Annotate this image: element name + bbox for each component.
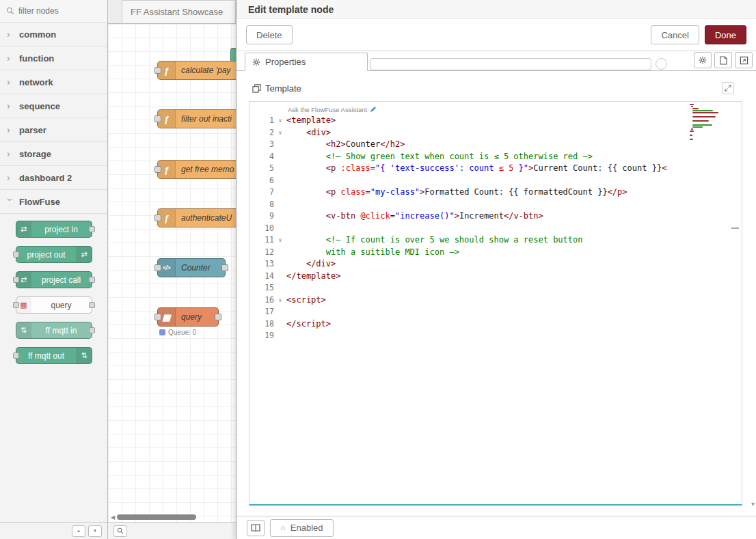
code-line[interactable]: 6	[249, 175, 742, 187]
palette-category-storage[interactable]: ›storage	[0, 142, 107, 166]
expand-window-button[interactable]	[735, 52, 753, 68]
palette-category-function[interactable]: ›function	[0, 46, 107, 70]
code-line[interactable]: 2∨ <div>	[249, 127, 742, 139]
palette-search-input[interactable]	[18, 6, 94, 16]
port-left[interactable]	[154, 166, 161, 173]
fold-icon	[274, 223, 286, 235]
palette-category-dashboard-2[interactable]: ›dashboard 2	[0, 166, 107, 190]
code-line[interactable]: 19	[249, 330, 742, 342]
code-line[interactable]: 5 <p :class="{ 'text-success': count ≤ 5…	[249, 163, 742, 175]
palette-node-ff-mqtt-in[interactable]: ⇅ff mqtt in	[16, 322, 92, 339]
code-line[interactable]: 14</template>	[249, 271, 742, 283]
settings-button[interactable]	[694, 52, 712, 68]
port-left	[13, 251, 19, 258]
palette-category-flowfuse[interactable]: ›FlowFuse	[0, 190, 107, 214]
flow-node-counter[interactable]: </>Counter	[157, 258, 226, 277]
panel-scroll-down-icon[interactable]: ▾	[751, 500, 755, 508]
code-line[interactable]: 16∨<script>	[249, 294, 742, 307]
minimap[interactable]	[690, 104, 724, 143]
scrolled-form-field[interactable]	[370, 58, 651, 70]
done-button[interactable]: Done	[705, 25, 746, 44]
flow-node-calculate-pay[interactable]: ƒcalculate 'pay	[157, 61, 236, 80]
code-line[interactable]: 4 <!— Show green text when count is ≤ 5 …	[249, 151, 742, 163]
fold-icon[interactable]: ∨	[274, 234, 286, 247]
code-line[interactable]: 11∨ <!— If count is over 5 we should sho…	[249, 234, 742, 247]
fold-icon	[274, 271, 286, 283]
canvas-search-button[interactable]	[113, 525, 127, 537]
scroll-left-icon[interactable]: ◀	[111, 514, 115, 521]
fold-icon	[274, 282, 286, 294]
code-line[interactable]: 1∨<template>	[249, 115, 742, 127]
port-right[interactable]	[221, 264, 228, 271]
flow-node-authenticateu[interactable]: ƒauthenticateU	[157, 208, 236, 227]
code-line[interactable]: 18</script>	[249, 318, 742, 331]
chevron-icon: ›	[7, 148, 14, 159]
tab-properties[interactable]: Properties	[245, 53, 368, 71]
port-right	[89, 226, 95, 232]
code-line[interactable]: 15	[249, 282, 742, 294]
palette-categories: ›common›function›network›sequence›parser…	[0, 23, 107, 374]
line-number: 10	[249, 223, 274, 235]
tab-ff-assistant-showcase[interactable]: FF Assistant Showcase	[122, 0, 236, 23]
palette-node-project-in[interactable]: ⇄project in	[16, 221, 92, 238]
code-line[interactable]: 17	[249, 306, 742, 318]
code-line[interactable]: 7 <p class="my-class">Formatted Count: {…	[249, 186, 742, 199]
line-number: 19	[249, 330, 274, 342]
flow-node-filter-out-inacti[interactable]: ƒfilter out inacti	[157, 109, 236, 128]
port-right[interactable]	[215, 314, 221, 320]
palette-node-list: ⇄project inproject out⇄⇄project call▦que…	[0, 214, 107, 374]
enabled-label: Enabled	[291, 523, 323, 533]
delete-button[interactable]: Delete	[246, 25, 293, 44]
palette-expand-all-button[interactable]: ▾	[88, 525, 102, 537]
palette-node-query[interactable]: ▦query	[16, 296, 92, 314]
code-line[interactable]: 12 with a suitible MDI icon —>	[249, 247, 742, 259]
edit-panel-title: Edit template node	[237, 0, 756, 19]
port-left[interactable]	[154, 115, 161, 122]
canvas-horizontal-scrollbar[interactable]: ◀	[108, 512, 236, 522]
code-line[interactable]: 13 </div>	[249, 258, 742, 271]
edit-panel-tabbar: Properties	[237, 51, 756, 71]
enabled-toggle[interactable]: ○ Enabled	[270, 519, 334, 537]
port-left	[13, 277, 19, 283]
line-number: 17	[249, 306, 274, 318]
port-left[interactable]	[154, 264, 161, 271]
code-line[interactable]: 3 <h2>Counter</h2>	[249, 139, 742, 151]
scrollbar-thumb[interactable]	[117, 514, 196, 520]
docs-book-button[interactable]	[247, 520, 265, 536]
port-left[interactable]	[154, 314, 161, 320]
line-number: 12	[249, 247, 274, 259]
fold-icon[interactable]: ∨	[274, 115, 286, 127]
palette-category-parser[interactable]: ›parser	[0, 118, 107, 142]
palette-category-sequence[interactable]: ›sequence	[0, 94, 107, 118]
port-left[interactable]	[154, 67, 161, 74]
tab-label: FF Assistant Showcase	[131, 7, 223, 17]
port-left	[13, 302, 19, 308]
port-left	[13, 353, 19, 359]
palette-search[interactable]	[0, 0, 107, 23]
line-number: 6	[249, 175, 274, 187]
fold-icon[interactable]: ∨	[274, 294, 286, 307]
cancel-button[interactable]: Cancel	[651, 25, 699, 44]
code-editor[interactable]: Ask the FlowFuse Assistant 1∨<template>2…	[249, 101, 742, 506]
fold-icon	[274, 199, 286, 211]
assistant-hint[interactable]: Ask the FlowFuse Assistant	[288, 104, 742, 115]
edit-panel-footer: ○ Enabled	[237, 516, 756, 539]
doc-button[interactable]	[714, 52, 732, 68]
palette-node-project-call[interactable]: ⇄project call	[16, 271, 92, 288]
palette-node-ff-mqtt-out[interactable]: ff mqtt out⇅	[16, 347, 92, 364]
code-line[interactable]: 8	[249, 199, 742, 211]
flow-node-get-free-memo[interactable]: ƒget free memo	[157, 160, 236, 179]
palette-collapse-all-button[interactable]: ▴	[72, 525, 85, 537]
palette-node-project-out[interactable]: project out⇄	[16, 246, 92, 263]
scrolled-form-button[interactable]	[656, 58, 667, 70]
port-left[interactable]	[154, 215, 161, 221]
palette-category-network[interactable]: ›network	[0, 70, 107, 94]
palette-category-common[interactable]: ›common	[0, 23, 107, 46]
mqtt-icon: ⇅	[16, 322, 31, 338]
editor-expand-button[interactable]	[722, 82, 734, 94]
fold-icon[interactable]: ∨	[274, 127, 286, 139]
flow-canvas[interactable]: ƒcalculate 'payƒfilter out inactiƒget fr…	[108, 24, 236, 522]
code-line[interactable]: 9 <v-btn @click="increase()">Increment</…	[249, 210, 742, 223]
code-line[interactable]: 10	[249, 223, 742, 235]
flow-node-query[interactable]: ▦queryQueue: 0	[157, 307, 219, 327]
